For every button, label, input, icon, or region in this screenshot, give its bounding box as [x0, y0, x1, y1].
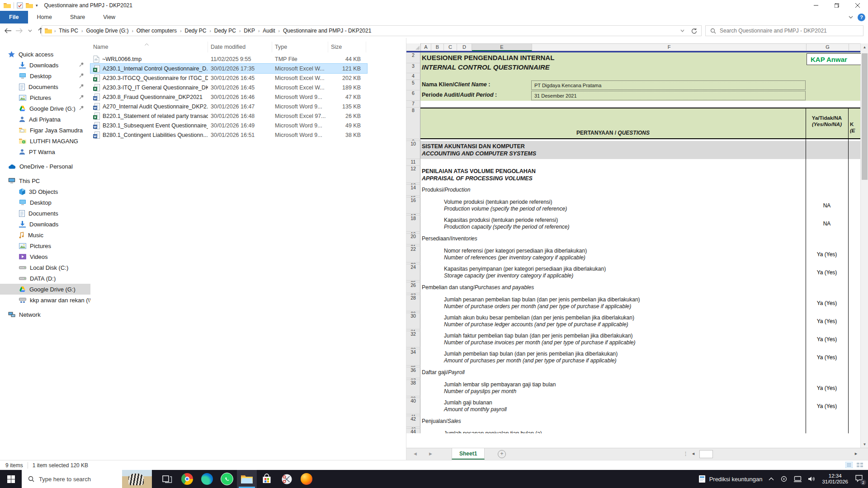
- chevron-right-icon[interactable]: ›: [237, 28, 243, 33]
- sidebar-item-this-pc[interactable]: This PC: [0, 175, 90, 186]
- sidebar-item-music[interactable]: Music: [0, 230, 90, 240]
- row-header-12[interactable]: 12: [406, 166, 420, 183]
- row-header-5[interactable]: 5: [406, 80, 420, 90]
- sheet-corner[interactable]: [406, 43, 421, 51]
- sidebar-item-3d-objects[interactable]: 3D Objects: [0, 186, 90, 197]
- qat-dropdown-icon[interactable]: ▾: [36, 3, 38, 8]
- row-header-24[interactable]: 24: [406, 264, 420, 281]
- column-header-type[interactable]: Type: [272, 42, 328, 52]
- taskbar-search-input[interactable]: Type here to search: [22, 470, 152, 488]
- address-dropdown-icon[interactable]: [677, 25, 688, 36]
- clock[interactable]: 12:34 31/01/2026: [822, 473, 848, 485]
- sidebar-item-google-drive-g[interactable]: Google Drive (G:): [0, 103, 90, 114]
- sidebar-item-downloads[interactable]: Downloads: [0, 219, 90, 230]
- sidebar-item-onedrive-personal[interactable]: OneDrive - Personal: [0, 161, 90, 172]
- hscroll-left-icon[interactable]: ◄: [691, 448, 695, 459]
- file-explorer-icon[interactable]: [237, 470, 257, 488]
- forward-icon[interactable]: [14, 25, 24, 36]
- row-header-38[interactable]: 38: [406, 380, 420, 396]
- breadcrumb-item-dedy-pc[interactable]: Dedy PC: [184, 28, 207, 34]
- file-row-a270-internal-audit-questionnaire-dkp2[interactable]: A270_Internal Audit Questionnaire_DKP2..…: [90, 102, 367, 111]
- row-header-28[interactable]: 28: [406, 295, 420, 311]
- column-header-d[interactable]: D: [457, 43, 472, 51]
- row-header-32[interactable]: 32: [406, 331, 420, 347]
- chevron-right-icon[interactable]: ›: [52, 28, 58, 33]
- hscrollbar-thumb[interactable]: [699, 450, 713, 458]
- breadcrumb-item-other-computers[interactable]: Other computers: [136, 28, 178, 34]
- chevron-right-icon[interactable]: ›: [129, 28, 135, 33]
- column-header-c[interactable]: C: [444, 43, 457, 51]
- ribbon-tab-view[interactable]: View: [94, 11, 124, 23]
- row-header-22[interactable]: 22: [406, 246, 420, 263]
- sidebar-item-figar-jaya-samudra[interactable]: Figar Jaya Samudra: [0, 125, 90, 136]
- tab-options-icon[interactable]: ⋮: [683, 448, 688, 459]
- sidebar-item-desktop[interactable]: Desktop: [0, 197, 90, 208]
- row-header-3[interactable]: 3: [406, 63, 420, 73]
- sidebar-item-google-drive-g[interactable]: Google Drive (G:): [0, 284, 90, 295]
- sidebar-item-documents[interactable]: Documents: [0, 81, 90, 92]
- sidebar-item-data-d[interactable]: DATA (D:): [0, 273, 90, 284]
- search-highlight-image[interactable]: [122, 470, 152, 488]
- file-row-b230-1-subsequent-event-questionnaire[interactable]: B230.1_Subsequent Event Questionnaire_..…: [90, 121, 367, 130]
- breadcrumb-item-dkp[interactable]: DKP: [243, 28, 256, 34]
- ribbon-tab-home[interactable]: Home: [28, 11, 61, 23]
- sidebar-item-downloads[interactable]: Downloads: [0, 60, 90, 70]
- row-header-36[interactable]: 36: [406, 367, 420, 378]
- scrollbar-thumb[interactable]: [862, 53, 868, 180]
- maximize-button[interactable]: [826, 0, 847, 11]
- ribbon-tab-file[interactable]: File: [0, 11, 28, 23]
- column-header-a[interactable]: A: [421, 43, 431, 51]
- scroll-up-icon[interactable]: ▲: [861, 43, 868, 51]
- back-icon[interactable]: [3, 25, 14, 36]
- sidebar-item-quick-access[interactable]: Quick access: [0, 49, 90, 60]
- sidebar-item-pictures[interactable]: Pictures: [0, 240, 90, 251]
- task-view-icon[interactable]: [157, 470, 177, 488]
- row-header-34[interactable]: 34: [406, 349, 420, 366]
- row-header-16[interactable]: 16: [406, 197, 420, 214]
- column-header-date-modified[interactable]: Date modified: [208, 42, 272, 52]
- sidebar-item-desktop[interactable]: Desktop: [0, 70, 90, 81]
- file-row-b220-1-statement-of-related-party-transac[interactable]: B220.1_Statement of related party transa…: [90, 111, 367, 121]
- chevron-up-icon[interactable]: [769, 477, 774, 481]
- snipping-tool-icon[interactable]: [277, 470, 297, 488]
- file-row-wrl0066-tmp[interactable]: ~WRL0066.tmp11/02/2025 9:55TMP File44 KB: [90, 54, 367, 64]
- network-icon[interactable]: [794, 476, 802, 482]
- add-sheet-icon[interactable]: +: [498, 450, 506, 458]
- row-header-42[interactable]: 42: [406, 416, 420, 427]
- column-header-b[interactable]: B: [431, 43, 444, 51]
- thumbnail-view-icon[interactable]: [856, 462, 863, 468]
- edge-icon[interactable]: [197, 470, 217, 488]
- start-button[interactable]: [0, 470, 22, 488]
- minimize-button[interactable]: [806, 0, 826, 11]
- row-header-44[interactable]: 44: [406, 429, 420, 433]
- properties-icon[interactable]: [17, 2, 23, 9]
- recent-locations-icon[interactable]: [24, 25, 35, 36]
- address-field[interactable]: ›This PC›Google Drive (G:)›Other compute…: [42, 25, 702, 36]
- chevron-right-icon[interactable]: ›: [256, 28, 262, 33]
- file-row-a230-3-itgcq-questionnaire-for-itgc-dk[interactable]: A230.3-ITGCQ_Questionnaire for ITGC_DK..…: [90, 73, 367, 83]
- close-button[interactable]: [847, 0, 868, 11]
- column-header-partial[interactable]: [849, 43, 862, 51]
- field-value[interactable]: 31 Desember 2021: [531, 91, 806, 100]
- chevron-right-icon[interactable]: ›: [79, 28, 85, 33]
- row-header-2[interactable]: 2: [406, 52, 420, 63]
- expand-ribbon-icon[interactable]: [849, 16, 853, 19]
- device-icon[interactable]: [780, 475, 788, 483]
- sidebar-item-luthfi-magang[interactable]: LUTHFI MAGANG: [0, 136, 90, 146]
- breadcrumb-item-questionnaire-and-pmpj-dkp2021[interactable]: Questionnaire and PMPJ - DKP2021: [282, 28, 372, 34]
- file-row-a230-1-internal-control-questionnaire-d[interactable]: A230.1_Internal Control Questionnaire_D.…: [90, 64, 367, 73]
- chevron-right-icon[interactable]: ›: [276, 28, 282, 33]
- column-header-g[interactable]: G: [807, 43, 849, 51]
- news-widget[interactable]: Prediksi keuntungan: [698, 475, 763, 483]
- ribbon-tab-share[interactable]: Share: [61, 11, 94, 23]
- file-row-b280-1-contingent-liabilities-questionn[interactable]: B280.1_Contingent Liabilities Questionn.…: [90, 130, 367, 140]
- column-header-name[interactable]: Name: [90, 42, 208, 52]
- hscroll-right-icon[interactable]: ►: [854, 448, 858, 459]
- row-header-10[interactable]: 10: [406, 141, 420, 159]
- row-header-14[interactable]: 14: [406, 185, 420, 196]
- prev-sheet-icon[interactable]: ◄: [413, 448, 418, 459]
- file-row-a230-8-fraud-questionnaire-dkp2021[interactable]: A230.8_Fraud Questionnaire_DKP202130/01/…: [90, 92, 367, 102]
- row-header-4[interactable]: 4: [406, 73, 420, 80]
- sidebar-item-documents[interactable]: Documents: [0, 208, 90, 219]
- scroll-down-icon[interactable]: ▼: [861, 441, 868, 448]
